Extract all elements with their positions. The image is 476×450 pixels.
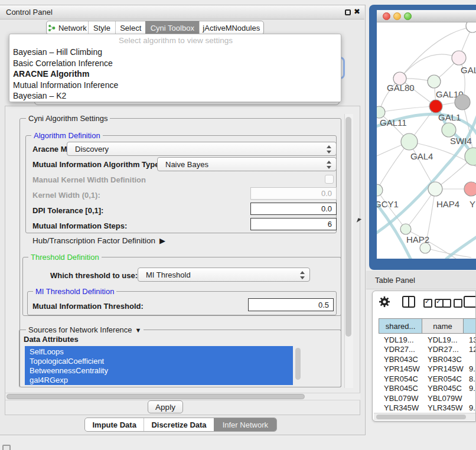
table-row[interactable]: YER054CYER054C8.: [379, 374, 476, 384]
which-threshold-label: Which threshold to use:: [50, 271, 138, 280]
tab-jactivemnodules[interactable]: jActiveMNodules: [199, 21, 263, 34]
bottom-tab-label: Impute Data: [92, 420, 136, 429]
mi-steps-field[interactable]: 6: [250, 218, 337, 230]
select-all-checkboxes-icon[interactable]: [423, 299, 444, 308]
table-header-row: shared...name: [379, 318, 476, 334]
network-node-swi4[interactable]: [442, 123, 456, 137]
table-cell: YBR045C: [422, 384, 464, 393]
which-threshold-select[interactable]: MI Threshold: [138, 268, 310, 282]
attribute-item-topologicalcoefficient[interactable]: TopologicalCoefficient: [30, 357, 293, 366]
network-node-gcy1[interactable]: [377, 184, 383, 196]
mi-threshold-field[interactable]: 0.5: [248, 298, 334, 311]
table-row[interactable]: YPR145WYPR145W9.: [379, 364, 476, 374]
mac-close-icon[interactable]: [383, 12, 390, 20]
network-node-hap4[interactable]: [428, 182, 442, 196]
table-horizontal-scrollbar-thumb[interactable]: [376, 415, 466, 419]
table-cell: YBR043C: [379, 355, 422, 364]
network-view-window: GALGAL80GAL10GAL1GAL11SWI4GAL4GCY1HAP4YH…: [369, 5, 476, 270]
mi-algorithm-type-value: Naive Bayes: [165, 160, 208, 169]
network-node-gal[interactable]: [452, 51, 466, 65]
table-cell: YLR345W: [422, 403, 464, 412]
sources-expander[interactable]: Sources for Network Inference▼: [26, 325, 144, 335]
network-node-unnamed-bottom[interactable]: [420, 243, 431, 253]
mac-minimize-icon[interactable]: [393, 12, 401, 20]
algorithm-option-dream8-dc-tdc-algorithm[interactable]: Dream8 DC_TDC Algorithm: [9, 102, 341, 103]
table-row[interactable]: YDL19...YDL19...13: [379, 335, 476, 345]
table-cell: YBR045C: [379, 384, 422, 393]
manual-kernel-width-checkbox[interactable]: [325, 175, 334, 184]
node-label-gal11: GAL11: [380, 118, 407, 128]
table-cell: YDL19...: [379, 335, 422, 344]
network-node-gal1[interactable]: [429, 100, 442, 113]
algorithm-option-bayesian-hill-climbing[interactable]: Bayesian – Hill Climbing: [9, 47, 341, 58]
expand-right-icon: ▶: [159, 236, 165, 245]
aracne-mode-select[interactable]: Discovery: [67, 142, 337, 156]
tab-select[interactable]: Select: [115, 21, 145, 34]
stepper-icon: [327, 160, 332, 169]
table-cell: 9.: [464, 403, 476, 412]
tab-cyni-toolbox[interactable]: Cyni Toolbox: [145, 21, 199, 34]
control-panel-titlebar: Control Panel ✖: [0, 5, 364, 19]
table-row[interactable]: YLR345WYLR345W9.: [379, 403, 476, 413]
minimized-panel-icon[interactable]: [2, 445, 11, 450]
column-layout-icon[interactable]: [402, 296, 415, 308]
bottom-tab-infer-network[interactable]: Infer Network: [214, 418, 276, 431]
network-node-unnamed-top[interactable]: [466, 22, 476, 32]
group-title: MI Threshold Definition: [33, 287, 116, 296]
network-node-unnamed-right[interactable]: [465, 148, 476, 165]
kernel-width-field: 0.0: [250, 187, 337, 200]
data-attributes-list[interactable]: SelfLoopsTopologicalCoefficientBetweenne…: [25, 346, 293, 385]
table-body: YDL19...YDL19...13YDR27...YDR27...12YBR0…: [379, 335, 476, 422]
network-node-hap2[interactable]: [400, 224, 411, 234]
node-label-gal: GAL: [461, 65, 476, 75]
float-panel-icon[interactable]: [345, 9, 351, 15]
gear-icon[interactable]: [379, 296, 390, 308]
attribute-item-betweennesscentrality[interactable]: BetweennessCentrality: [30, 366, 293, 376]
algorithm-options: Bayesian – Hill ClimbingBasic Correlatio…: [9, 47, 341, 102]
tab-label: Network: [58, 24, 87, 32]
network-node-gal11[interactable]: [377, 106, 385, 118]
dpi-tolerance-field[interactable]: 0.0: [250, 203, 337, 215]
data-attributes-label: Data Attributes: [24, 335, 79, 344]
close-icon[interactable]: ✖: [354, 7, 360, 16]
network-node-unnamed-gray[interactable]: [455, 94, 470, 110]
bottom-tab-discretize-data[interactable]: Discretize Data: [144, 418, 213, 431]
table-row[interactable]: YBL079WYBL079W: [379, 393, 476, 403]
table-cell: 9.: [464, 384, 476, 393]
algorithm-option-basic-correlation-inference[interactable]: Basic Correlation Inference: [9, 58, 341, 69]
algorithm-option-aracne-algorithm[interactable]: ARACNE Algorithm: [9, 69, 341, 80]
algorithm-option-mutual-information-inference[interactable]: Mutual Information Inference: [9, 80, 341, 91]
mi-algorithm-type-select[interactable]: Naive Bayes: [157, 157, 337, 171]
column-header-name[interactable]: name: [422, 318, 464, 334]
table-row[interactable]: YBR045CYBR045C9.: [379, 384, 476, 394]
table-row[interactable]: YDR27...YDR27...12: [379, 345, 476, 355]
mi-steps-label: Mutual Information Steps:: [32, 221, 127, 230]
network-node-gal4[interactable]: [401, 133, 418, 150]
deselect-all-checkboxes-icon[interactable]: [442, 299, 462, 308]
tab-style[interactable]: Style: [88, 21, 116, 34]
network-window-titlebar[interactable]: [377, 10, 476, 22]
table-function-icon[interactable]: [464, 296, 476, 308]
tab-network[interactable]: Network: [47, 21, 88, 34]
horizontal-scrollbar-thumb[interactable]: [6, 394, 305, 399]
mac-zoom-icon[interactable]: [404, 12, 412, 20]
table-cell: YPR145W: [422, 364, 464, 373]
group-title: Algorithm Definition: [31, 131, 103, 140]
hub-factor-expander[interactable]: Hub/Transcription Factor Definition▶: [32, 236, 165, 245]
vertical-scrollbar-thumb[interactable]: [345, 117, 351, 337]
bottom-tab-impute-data[interactable]: Impute Data: [85, 418, 144, 431]
apply-button[interactable]: Apply: [148, 400, 183, 413]
list-scrollbar-thumb[interactable]: [295, 348, 301, 380]
table-row[interactable]: YBR043CYBR043C: [379, 354, 476, 364]
network-node-gal10[interactable]: [428, 75, 441, 88]
attribute-item-selfloops[interactable]: SelfLoops: [30, 347, 293, 357]
node-label-gal4: GAL4: [410, 151, 433, 161]
column-header-shared-[interactable]: shared...: [379, 318, 422, 334]
algorithm-option-bayesian-k2[interactable]: Bayesian – K2: [9, 90, 341, 102]
table-cell: YDL19...: [422, 335, 464, 344]
column-header[interactable]: [464, 318, 476, 334]
network-node-y-partial[interactable]: [464, 182, 476, 196]
table-panel-title: Table Panel: [375, 276, 415, 285]
network-canvas[interactable]: GALGAL80GAL10GAL1GAL11SWI4GAL4GCY1HAP4YH…: [377, 22, 476, 259]
attribute-item-gal4rgexp[interactable]: gal4RGexp: [30, 376, 293, 385]
